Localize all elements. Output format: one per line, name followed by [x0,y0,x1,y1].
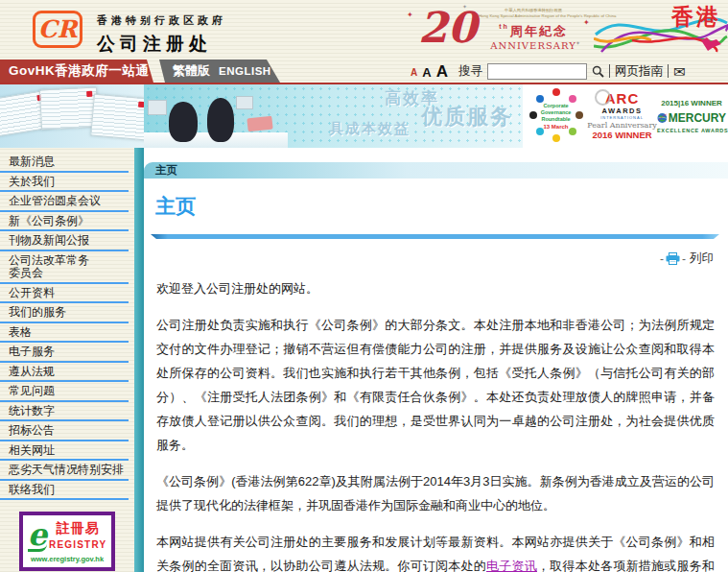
desk-item-image [247,116,272,132]
sidebar-item-company-law-reform-committee[interactable]: 公司法改革常务委员会 [0,251,129,284]
page: CR 香港特别行政区政府 公司注册处 ✦ ✦ ✦ ✦ 20 中華人民共和國香港特… [0,0,728,572]
sidebar-item-statistics[interactable]: 统计数字 [0,402,129,422]
sidebar-item-compliance[interactable]: 遵从法规 [0,363,129,383]
award-arc[interactable]: ARC AWARDS INTERNATIONAL Pearl Anniversa… [587,91,657,140]
roundtable-text: Governance [525,109,587,115]
header: CR 香港特别行政区政府 公司注册处 ✦ ✦ ✦ ✦ 20 中華人民共和國香港特… [0,0,728,60]
printer-icon[interactable] [666,252,680,265]
search-icon [592,65,604,78]
mercury-title: MERCURY [669,111,726,125]
breadcrumb[interactable]: 主页 [144,162,728,179]
anniversary-number: 20 [418,5,477,51]
anniversary-en-label: ANNIVERSARY [476,40,591,51]
sidebar-item-public-information[interactable]: 公开资料 [0,284,129,304]
person-silhouette-image [169,102,198,142]
eregistry-url: www.eregistry.gov.hk [26,555,108,563]
certificate-image [39,86,99,130]
sidebar-item-related-links[interactable]: 相关网址 [0,441,129,462]
sidebar-item-tender-notices[interactable]: 招标公告 [0,421,129,441]
person-dot-icon [552,88,560,96]
sidebar-item-faq[interactable]: 常见问题 [0,382,129,402]
title-divider [151,234,719,239]
banner: 高效率 优质服务 具成本效益 Corporate Governance Roun… [0,84,728,148]
person-dot-icon [552,134,560,142]
dash: - [660,252,664,266]
font-size-medium-button[interactable]: A [422,66,431,79]
person-dot-icon [569,95,576,103]
gov-title: 香港特别行政区政府 [97,13,226,28]
mercury-winner: 2015|16 WINNER [657,99,726,107]
banner-certificates-image [0,84,144,148]
monitor-image [148,100,167,115]
slogan-quality: 优质服务 [421,103,513,131]
award-mercury[interactable]: 2015|16 WINNER MERCURY EXCELLENCE AWARDS [657,99,726,133]
brand-hongkong-logo: 香港 [594,0,728,58]
star-icon: ✦ [407,11,413,19]
anniversary-region-en: Hong Kong Special Administrative Region … [479,13,588,19]
sidebar-item-forms[interactable]: 表格 [0,323,129,344]
anniversary-20-logo: ✦ ✦ ✦ ✦ 20 中華人民共和國香港特別行政區 Hong Kong Spec… [403,3,595,57]
english-link[interactable]: ENGLISH [219,65,271,77]
sidebar-item-e-services[interactable]: 电子服务 [0,343,129,363]
top-navbar: GovHK香港政府一站通 繁體版 ENGLISH A A A 搜寻 网页指南 ✉ [0,60,728,83]
print-row: - - 列印 [144,250,728,267]
content: 主页 主页 - - 列印 欢迎登入公司注册处的网站。 公司注册处负责实施和执行《… [144,148,728,572]
slogan-cost: 具成本效益 [329,120,411,138]
eregistry-banner[interactable]: e 註冊易 REGISTRY www.eregistry.gov.hk [19,512,115,571]
govhk-link[interactable]: GovHK香港政府一站通 [0,60,155,83]
banner-office-image: 高效率 优质服务 具成本效益 [144,84,523,148]
monitor-image [236,96,253,109]
font-size-large-button[interactable]: A [436,63,448,80]
anniversary-cn-label: th周年紀念 [476,23,591,40]
search-button[interactable] [592,65,604,78]
globe-icon [657,108,668,128]
page-title: 主页 [155,193,728,220]
sidebar-item-bad-weather-arrangements[interactable]: 恶劣天气情况特别安排 [0,461,129,481]
registry-duties-paragraph: 公司注册处负责实施和执行《公司条例》的大部分条文。本处注册本地和非香港公司；为法… [156,313,715,457]
traditional-chinese-link[interactable]: 繁體版 [173,62,210,80]
cr-logo[interactable]: CR [33,11,82,48]
separator [609,64,610,78]
sidebar-item-corporate-governance-roundtable[interactable]: 企业管治圆桌会议 [0,192,129,212]
sidebar-item-publications[interactable]: 刊物及新闻公报 [0,231,129,251]
sidebar: 最新消息 关於我们 企业管治圆桌会议 新《公司条例》 刊物及新闻公报 公司法改革… [0,148,134,572]
cr-logo-text: CR [38,15,78,43]
main: 最新消息 关於我们 企业管治圆桌会议 新《公司条例》 刊物及新闻公报 公司法改革… [0,148,728,572]
site-guide-link[interactable]: 网页指南 [615,63,663,80]
sidebar-content-divider [134,148,144,572]
mail-icon[interactable]: ✉ [673,64,686,79]
nav-tools: A A A 搜寻 网页指南 ✉ [411,60,720,83]
certificate-image [90,94,144,141]
person-dot-icon [536,95,544,103]
awards-strip: Corporate Governance Roundtable 13 March… [523,84,728,148]
person-silhouette-image [207,98,234,142]
sidebar-item-news[interactable]: 最新消息 [0,153,129,173]
eregistry-e-icon: e [28,520,47,552]
ordinance-paragraph: 《公司条例》(香港法例第622章)及其附属法例于2014年3月3日实施。新条例为… [156,469,715,517]
arc-winner: 2016 WINNER [587,131,657,141]
roundtable-text: Roundtable [525,116,587,122]
search-label: 搜寻 [458,63,482,80]
roundtable-text: Corporate [525,103,587,108]
e-newsletter-link[interactable]: 电子资讯 [486,559,537,572]
roundtable-date: 13 March [525,124,587,130]
award-roundtable[interactable]: Corporate Governance Roundtable 13 March [525,86,587,146]
website-info-paragraph: 本网站提供有关公司注册处的主要服务和发展计划等最新资料。本网站亦提供关于《公司条… [156,530,715,572]
sidebar-item-about-us[interactable]: 关於我们 [0,173,129,193]
anniversary-region-cn: 中華人民共和國香港特別行政區 [479,8,588,13]
hk-brand-text: 香港 [671,2,721,32]
eregistry-en-label: REGISTRY [49,539,106,550]
sidebar-item-new-companies-ordinance[interactable]: 新《公司条例》 [0,212,129,232]
separator [668,64,669,78]
font-size-small-button[interactable]: A [411,68,417,78]
mercury-subtitle: EXCELLENCE AWARDS [657,128,726,133]
eregistry-cn-label: 註冊易 [49,520,106,537]
dash: - [682,252,686,266]
language-switcher: 繁體版 ENGLISH [153,60,280,83]
welcome-paragraph: 欢迎登入公司注册处的网站。 [156,276,715,300]
search-input[interactable] [487,63,587,80]
sidebar-item-our-services[interactable]: 我们的服务 [0,303,129,323]
sidebar-item-contact-us[interactable]: 联络我们 [0,481,129,501]
print-link[interactable]: 列印 [690,250,714,267]
arc-international: INTERNATIONAL [587,116,657,120]
